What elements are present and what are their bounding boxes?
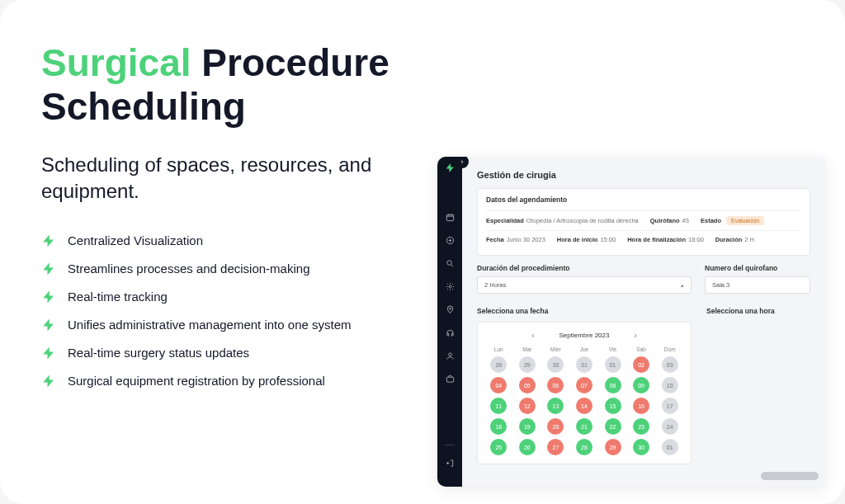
calendar-day[interactable]: 11 — [490, 398, 507, 414]
hero-left: Surgical Procedure Scheduling Scheduling… — [41, 41, 437, 471]
duracion-value: 2 H — [744, 236, 754, 243]
quirofano-value: #3 — [682, 217, 689, 224]
calendar-day[interactable]: 30 — [633, 439, 649, 455]
bolt-icon — [41, 233, 56, 248]
calendar-day[interactable]: 02 — [633, 356, 649, 373]
calendar-day[interactable]: 15 — [605, 398, 621, 414]
estado-label: Estado — [701, 217, 721, 224]
calendar-day[interactable]: 21 — [576, 418, 592, 435]
next-month[interactable]: › — [634, 331, 636, 340]
add-icon[interactable] — [444, 234, 456, 246]
feature-card: Surgical Procedure Scheduling Scheduling… — [0, 0, 845, 504]
feature-item: Centralized Visualization — [41, 233, 421, 248]
feature-item: Real-time surgery status updates — [41, 346, 421, 360]
calendar-day[interactable]: 08 — [605, 377, 621, 393]
calendar-day[interactable]: 31 — [576, 356, 592, 373]
panel-row-1: EspecialidadOtopedia / Artroscopia de ro… — [486, 210, 801, 230]
calendar-day[interactable]: 01 — [662, 439, 678, 455]
fecha-value: Junio 30 2023 — [507, 236, 545, 243]
calendar-day[interactable]: 23 — [633, 418, 649, 435]
app-content: Gestión de cirugia Datos del agendamient… — [462, 157, 825, 487]
calendar-day[interactable]: 07 — [576, 377, 592, 393]
feature-text: Unifies administrative management into o… — [68, 318, 352, 332]
panel-row-2: FechaJunio 30 2023 Hora de inicio15:00 H… — [486, 230, 801, 248]
calendar-day[interactable]: 09 — [633, 377, 649, 393]
calendar-day[interactable]: 25 — [490, 439, 507, 455]
calendar-day[interactable]: 04 — [490, 377, 507, 393]
calendar-day[interactable]: 20 — [547, 418, 564, 435]
fin-value: 18:00 — [688, 236, 704, 243]
bolt-icon — [41, 290, 56, 304]
feature-item: Real-time tracking — [41, 290, 421, 304]
calendar-day[interactable]: 06 — [547, 377, 564, 393]
estado-badge: Evaluación — [726, 216, 764, 225]
bolt-icon[interactable] — [444, 162, 456, 173]
calendar-day[interactable]: 01 — [605, 356, 621, 373]
feature-item: Unifies administrative management into o… — [41, 318, 421, 332]
app-title: Gestión de cirugia — [477, 170, 810, 180]
calendar-day[interactable]: 14 — [576, 398, 592, 414]
calendar-month: Septiembre 2023 — [559, 332, 610, 339]
calendar-day[interactable]: 13 — [547, 398, 564, 414]
calendar-day[interactable]: 28 — [576, 439, 592, 455]
sidebar-divider — [445, 445, 455, 445]
preview-wrap: › Gestión de cirugia Datos del — [437, 41, 845, 471]
calendar-day[interactable]: 03 — [662, 356, 678, 373]
bolt-icon — [41, 261, 56, 276]
gear-icon[interactable] — [444, 280, 456, 292]
svg-point-3 — [449, 285, 451, 288]
calendar-day[interactable]: 18 — [490, 418, 507, 435]
panel-title: Datos del agendamiento — [486, 195, 801, 204]
calendar-grid: LunMarMierJueVieSabDom282930310102030405… — [488, 346, 681, 455]
user-icon[interactable] — [444, 350, 456, 361]
especialidad-value: Otopedia / Artroscopia de rodilla derech… — [526, 217, 639, 224]
form-row: Duración del procedimiento 2 Horas ▴ Num… — [477, 264, 810, 294]
room-select[interactable]: Sala 3 — [705, 276, 810, 294]
calendar-day[interactable]: 24 — [662, 418, 678, 435]
app-sidebar: › — [437, 157, 462, 487]
scroll-thumb[interactable] — [761, 472, 819, 480]
calendar-day[interactable]: 22 — [605, 418, 621, 435]
calendar-day[interactable]: 16 — [633, 398, 649, 414]
briefcase-icon[interactable] — [444, 373, 456, 384]
calendar-day[interactable]: 26 — [519, 439, 536, 455]
calendar-day[interactable]: 30 — [547, 356, 564, 373]
feature-list: Centralized VisualizationStreamlines pro… — [41, 233, 421, 389]
caret-icon: ▴ — [681, 282, 684, 289]
calendar-day[interactable]: 17 — [662, 398, 678, 414]
feature-text: Surgical equipment registration by profe… — [68, 374, 325, 388]
calendar-icon[interactable] — [444, 211, 456, 223]
calendar-day[interactable]: 05 — [519, 377, 536, 393]
search-icon[interactable] — [444, 257, 456, 269]
especialidad-label: Especialidad — [486, 217, 524, 224]
svg-point-4 — [449, 308, 451, 309]
time-section-label: Selecciona una hora — [706, 307, 775, 315]
headset-icon[interactable] — [444, 327, 456, 338]
calendar-dow: Mier — [550, 346, 561, 352]
calendar-dow: Jue — [580, 346, 588, 352]
calendar-day[interactable]: 12 — [519, 398, 536, 414]
app-preview: › Gestión de cirugia Datos del — [437, 157, 825, 487]
bolt-icon — [41, 318, 56, 332]
quirofano-label: Quirófano — [650, 217, 680, 224]
calendar-dow: Vie — [609, 346, 616, 352]
feature-text: Centralized Visualization — [68, 233, 203, 247]
duration-select[interactable]: 2 Horas ▴ — [477, 276, 692, 294]
feature-item: Streamlines processes and decision-makin… — [41, 261, 421, 276]
svg-rect-0 — [446, 214, 453, 220]
prev-month[interactable]: ‹ — [531, 331, 534, 340]
fin-label: Hora de finalización — [627, 236, 686, 243]
date-section-label: Selecciona una fecha — [477, 307, 692, 315]
duration-label: Duración del procedimiento — [477, 264, 692, 272]
calendar-day[interactable]: 19 — [519, 418, 536, 435]
calendar-day[interactable]: 10 — [662, 377, 678, 393]
calendar-day[interactable]: 27 — [547, 439, 564, 455]
location-icon[interactable] — [444, 304, 456, 315]
calendar-day[interactable]: 28 — [490, 356, 507, 373]
page-title: Surgical Procedure Scheduling — [41, 41, 421, 129]
logout-icon[interactable] — [444, 457, 456, 469]
calendar-day[interactable]: 29 — [519, 356, 536, 373]
subtitle: Scheduling of spaces, resources, and equ… — [41, 152, 421, 205]
calendar-day[interactable]: 29 — [605, 439, 621, 455]
title-accent: Surgical — [41, 41, 191, 84]
